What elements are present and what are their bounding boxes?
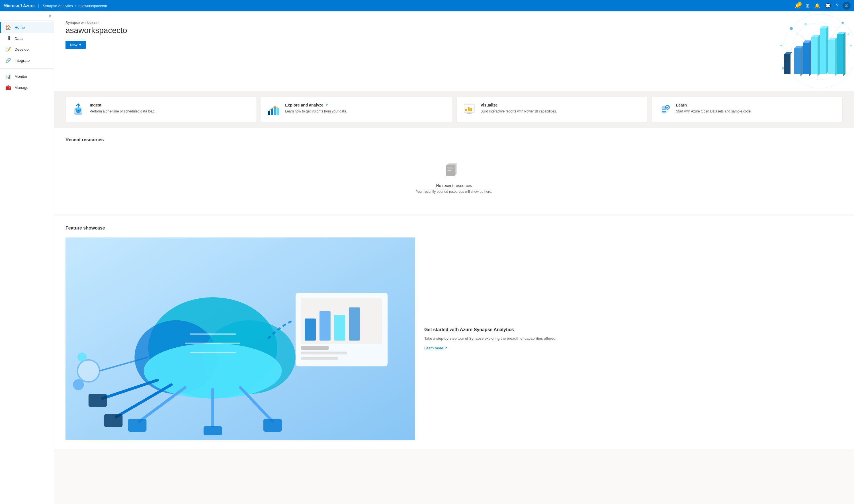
showcase-text: Get started with Azure Synapse Analytics… <box>415 237 842 440</box>
svg-marker-11 <box>826 26 829 74</box>
learn-card-desc: Start with Azure Open Datasets and sampl… <box>676 109 751 114</box>
svg-rect-35 <box>268 111 270 115</box>
svg-rect-55 <box>447 168 454 169</box>
svg-rect-37 <box>274 106 276 115</box>
svg-point-5 <box>850 45 852 47</box>
feature-card-visualize[interactable]: Visualize Build interactive reports with… <box>456 97 647 123</box>
svg-rect-87 <box>301 357 338 360</box>
sidebar-item-manage[interactable]: 🧰 Manage <box>0 82 54 93</box>
help-icon[interactable]: ? <box>835 2 840 10</box>
portal-settings-icon[interactable]: ⊞ <box>804 2 811 10</box>
new-button[interactable]: New ▾ <box>66 41 86 49</box>
sidebar-item-home[interactable]: 🏠 Home <box>0 22 54 33</box>
top-navigation: Microsoft Azure | Synapse Analytics › as… <box>0 0 854 12</box>
integrate-icon: 🔗 <box>5 58 11 63</box>
empty-state: No recent resources Your recently opened… <box>66 149 842 205</box>
svg-marker-23 <box>835 38 837 76</box>
svg-rect-85 <box>301 346 329 350</box>
feature-showcase-section: Feature showcase <box>54 216 854 449</box>
svg-point-29 <box>804 23 807 25</box>
svg-point-75 <box>77 360 100 382</box>
explore-card-icon <box>267 103 280 116</box>
learn-more-link[interactable]: Learn more ↗ <box>424 346 834 350</box>
hero-subtitle: Synapse workspace <box>66 20 842 25</box>
breadcrumb-synapse[interactable]: Synapse Analytics <box>43 4 73 8</box>
svg-point-30 <box>848 33 849 35</box>
svg-rect-83 <box>334 314 345 340</box>
sidebar-item-data[interactable]: 🗄 Data <box>0 33 54 44</box>
svg-rect-15 <box>803 43 809 74</box>
explore-external-icon: ↗ <box>325 103 328 107</box>
collapse-button[interactable]: « <box>49 14 51 18</box>
sidebar-label-manage: Manage <box>15 86 29 90</box>
chart-svg <box>734 12 854 91</box>
main-content: Synapse workspace asaworkspacecto New ▾ <box>54 12 854 504</box>
nav-separator: | <box>38 3 39 8</box>
svg-rect-73 <box>204 426 222 435</box>
explore-card-title: Explore and analyze ↗ <box>285 103 347 107</box>
notification-badge: 9 <box>798 2 802 6</box>
visualize-card-content: Visualize Build interactive reports with… <box>481 103 557 114</box>
visualize-card-desc: Build interactive reports with Power BI … <box>481 109 557 114</box>
svg-point-77 <box>73 379 84 390</box>
azure-brand[interactable]: Microsoft Azure <box>3 3 35 8</box>
avatar-initials: JD <box>844 4 848 7</box>
learn-more-label: Learn more <box>424 346 443 350</box>
sidebar-item-monitor[interactable]: 📊 Monitor <box>0 71 54 82</box>
new-button-label: New <box>70 43 77 47</box>
svg-rect-81 <box>305 318 316 341</box>
svg-rect-48 <box>662 111 666 112</box>
home-icon: 🏠 <box>5 25 11 30</box>
feedback-icon[interactable]: 💬 <box>824 2 832 10</box>
breadcrumb-workspace[interactable]: asaworkspacecto <box>78 4 107 8</box>
svg-point-78 <box>77 353 87 362</box>
explore-card-desc: Learn how to get insights from your data… <box>285 109 347 114</box>
feature-card-learn[interactable]: Learn Start with Azure Open Datasets and… <box>652 97 842 123</box>
learn-card-icon <box>658 103 671 116</box>
sidebar: « 🏠 Home 🗄 Data 📝 Develop 🔗 Integrate 📊 <box>0 12 54 504</box>
sidebar-item-integrate[interactable]: 🔗 Integrate <box>0 55 54 66</box>
sidebar-item-develop[interactable]: 📝 Develop <box>0 44 54 55</box>
ingest-card-title: Ingest <box>90 103 156 107</box>
svg-rect-54 <box>447 167 453 167</box>
feature-card-explore[interactable]: Explore and analyze ↗ Learn how to get i… <box>261 97 452 123</box>
feature-card-ingest[interactable]: Ingest Perform a one-time or scheduled d… <box>66 97 256 123</box>
svg-rect-72 <box>128 419 147 432</box>
feature-cards-section: Ingest Perform a one-time or scheduled d… <box>54 91 854 128</box>
feature-showcase-title: Feature showcase <box>66 226 842 231</box>
learn-card-title: Learn <box>676 103 751 107</box>
svg-rect-70 <box>89 394 107 407</box>
svg-rect-56 <box>447 170 451 171</box>
empty-state-icon <box>445 161 463 179</box>
svg-point-6 <box>782 67 784 70</box>
hero-illustration <box>734 12 854 91</box>
showcase-card-desc: Take a step-by-step tour of Synapse expl… <box>424 336 834 341</box>
ingest-card-icon <box>71 103 85 116</box>
svg-rect-21 <box>829 40 835 74</box>
hero-section: Synapse workspace asaworkspacecto New ▾ <box>54 12 854 91</box>
svg-rect-36 <box>271 108 273 115</box>
svg-rect-82 <box>320 311 331 341</box>
showcase-card: Get started with Azure Synapse Analytics… <box>66 237 842 440</box>
new-button-arrow: ▾ <box>79 43 81 47</box>
svg-rect-43 <box>467 113 472 114</box>
sidebar-label-develop: Develop <box>15 47 29 52</box>
sidebar-label-home: Home <box>15 25 25 30</box>
svg-rect-84 <box>349 307 360 341</box>
svg-rect-27 <box>784 54 791 74</box>
svg-rect-38 <box>276 108 279 115</box>
svg-rect-86 <box>301 352 347 355</box>
notifications-icon[interactable]: 🔔 9 <box>794 2 802 10</box>
learn-card-content: Learn Start with Azure Open Datasets and… <box>676 103 751 114</box>
sidebar-label-data: Data <box>15 36 23 41</box>
showcase-card-title: Get started with Azure Synapse Analytics <box>424 327 834 332</box>
svg-rect-24 <box>837 34 843 74</box>
user-avatar[interactable]: JD <box>842 2 851 10</box>
svg-rect-74 <box>264 419 282 432</box>
svg-point-31 <box>781 45 782 47</box>
svg-rect-18 <box>794 49 800 74</box>
alerts-icon[interactable]: 🔔 <box>813 2 821 10</box>
breadcrumb-arrow: › <box>75 4 76 8</box>
develop-icon: 📝 <box>5 47 11 52</box>
svg-marker-26 <box>843 32 846 76</box>
